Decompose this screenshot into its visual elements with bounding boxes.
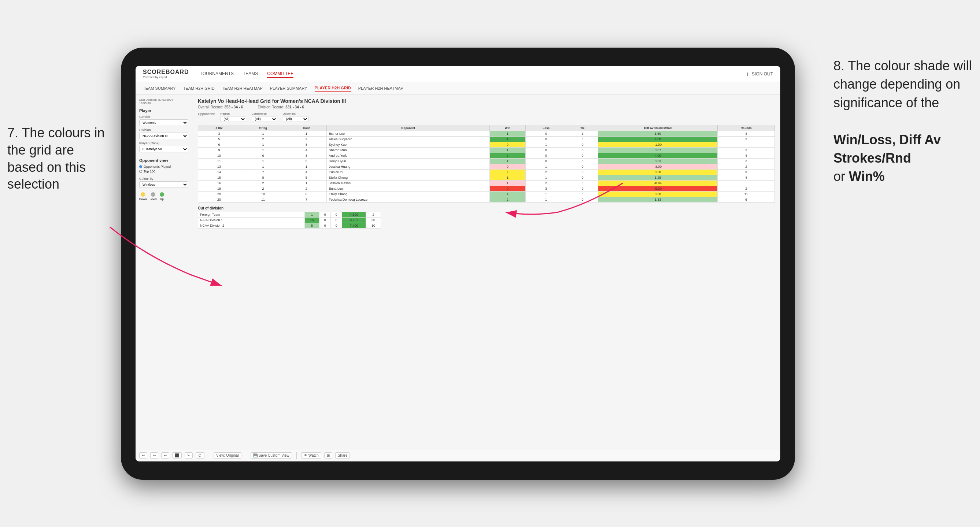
cell-conf: 4 — [286, 148, 326, 153]
toolbar-btn6[interactable]: ⏱ — [196, 452, 204, 459]
table-row: NCAA Division 2 5 0 0 7.400 10 — [198, 223, 381, 229]
legend-level: Level — [150, 192, 156, 201]
cell-rounds: 30 — [366, 217, 381, 223]
toolbar-btn5[interactable]: ✂ — [185, 452, 193, 459]
th-loss: Loss — [525, 125, 567, 131]
cell-diff: -0.94 — [598, 181, 718, 186]
filter-region: Region (All) — [221, 112, 246, 122]
nav-committee[interactable]: COMMITTEE — [267, 70, 293, 78]
cell-conf: 6 — [286, 192, 326, 197]
table-row: 20 10 6 Emily Chang 4 1 0 0.30 11 — [198, 192, 775, 197]
player-rank-select[interactable]: 8. Katelyn Vo — [139, 146, 188, 152]
sign-out-link[interactable]: Sign out — [752, 71, 773, 77]
cell-tie: 0 — [567, 148, 598, 153]
cell-tie: 1 — [567, 131, 598, 137]
table-row: 9 1 4 Sharon Mun 1 0 0 3.67 3 — [198, 148, 775, 153]
cell-diff: 3.67 — [598, 148, 718, 153]
toolbar-grid-btn[interactable]: ⊞ — [324, 452, 332, 459]
watch-button[interactable]: 👁 Watch — [301, 452, 321, 459]
colour-by-select[interactable]: Win/loss — [139, 181, 188, 188]
last-updated: Last Updated: 27/03/2024 16:55:38 — [139, 98, 188, 105]
table-header-row: # Div # Reg Conf Opponent Win Loss Tie D… — [198, 125, 775, 131]
view-original-button[interactable]: View: Original — [213, 452, 242, 459]
opponents-label: Opponents: — [198, 112, 215, 121]
cell-win: 1 — [490, 137, 525, 142]
cell-conf: 1 — [286, 181, 326, 186]
cell-loss: 0 — [525, 153, 567, 159]
filter-opponent-select[interactable]: (All) — [283, 116, 309, 122]
th-rounds: Rounds — [718, 125, 775, 131]
gender-select[interactable]: Women's — [139, 119, 188, 126]
player-section-title: Player — [139, 108, 188, 113]
filter-region-select[interactable]: (All) — [221, 116, 246, 122]
cell-conf: 3 — [286, 153, 326, 159]
cell-tie: 0 — [567, 197, 598, 203]
cell-diff: 1.50 — [598, 131, 718, 137]
eye-icon: 👁 — [304, 453, 307, 457]
radio-opponents-played[interactable]: Opponents Played — [139, 165, 188, 168]
nav-tournaments[interactable]: TOURNAMENTS — [200, 70, 234, 78]
cell-rounds: 2 — [718, 164, 775, 170]
cell-rounds — [718, 181, 775, 186]
division-record: Division Record: 331 - 34 - 6 — [258, 105, 304, 109]
cell-rounds: 9 — [718, 170, 775, 175]
cell-loss: 1 — [525, 164, 567, 170]
cell-tie: 0 — [331, 217, 342, 223]
radio-top100[interactable]: Top 100 — [139, 170, 188, 173]
cell-tie: 0 — [567, 137, 598, 142]
grid-records: Overall Record: 353 - 34 - 6 Division Re… — [198, 105, 775, 109]
table-row: 18 2 2 Euna Lee 0 3 0 -5.00 2 — [198, 186, 775, 192]
tablet-screen: SCOREBOARD Powered by clippd TOURNAMENTS… — [135, 66, 780, 462]
legend-dot-up — [160, 192, 164, 197]
cell-opponent: Eunice Yi — [327, 170, 490, 175]
sub-nav-player-h2h-heatmap[interactable]: PLAYER H2H HEATMAP — [358, 85, 403, 91]
cell-div: 5 — [198, 137, 240, 142]
sub-nav-player-h2h-grid[interactable]: PLAYER H2H GRID — [315, 85, 351, 92]
th-diff-av: Diff Av Strokes/Rnd — [598, 125, 718, 131]
cell-tie: 0 — [567, 170, 598, 175]
legend-down: Down — [139, 192, 146, 201]
out-of-division-header: Out of division — [198, 206, 775, 210]
th-opponent: Opponent — [327, 125, 490, 131]
cell-tie: 0 — [331, 212, 342, 217]
sub-nav-team-h2h-grid[interactable]: TEAM H2H GRID — [183, 85, 215, 91]
share-button[interactable]: Share — [335, 452, 350, 459]
cell-opponent: Jessica Mason — [327, 181, 490, 186]
radio-label-top100: Top 100 — [143, 170, 155, 173]
th-conf: Conf — [286, 125, 326, 131]
sub-nav-team-summary[interactable]: TEAM SUMMARY — [143, 85, 176, 91]
cell-win: 1 — [304, 212, 320, 217]
overall-record: Overall Record: 353 - 34 - 6 — [198, 105, 243, 109]
filter-region-label: Region — [221, 112, 246, 115]
save-custom-button[interactable]: 💾 Save Custom View — [251, 452, 292, 459]
cell-diff: -3.00 — [598, 164, 718, 170]
nav-right: | Sign out — [747, 71, 773, 77]
filter-opponent-label: Opponent — [283, 112, 309, 115]
cell-opponent: Sydney Kuo — [327, 142, 490, 148]
cell-loss: 0 — [525, 159, 567, 164]
nav-teams[interactable]: TEAMS — [243, 70, 258, 78]
sub-nav-player-summary[interactable]: PLAYER SUMMARY — [270, 85, 307, 91]
cell-opponent: Alexis Sudjianto — [327, 137, 490, 142]
annotation-bold3: Win% — [849, 169, 885, 184]
cell-rounds: 6 — [718, 197, 775, 203]
toolbar-sep1 — [209, 452, 209, 459]
filter-conference-select[interactable]: (All) — [252, 116, 277, 122]
toolbar-btn4[interactable]: ⬛ — [172, 452, 182, 459]
cell-reg: 1 — [240, 131, 286, 137]
cell-diff: -1.00 — [598, 142, 718, 148]
cell-div: 18 — [198, 186, 240, 192]
save-icon: 💾 — [253, 453, 258, 457]
cell-reg: 2 — [240, 186, 286, 192]
cell-conf: 1 — [286, 131, 326, 137]
undo-button[interactable]: ↩ — [139, 452, 147, 459]
redo-button[interactable]: ↪ — [150, 452, 158, 459]
cell-div: 20 — [198, 192, 240, 197]
cell-win: 15 — [304, 217, 320, 223]
toolbar-btn3[interactable]: ↩ — [161, 452, 169, 459]
radio-label-opponents: Opponents Played — [143, 165, 171, 168]
division-select[interactable]: NCAA Division III — [139, 133, 188, 139]
table-row: Foreign Team 1 0 0 4.500 2 — [198, 212, 381, 217]
sub-nav-team-h2h-heatmap[interactable]: TEAM H2H HEATMAP — [222, 85, 262, 91]
cell-conf: 2 — [286, 137, 326, 142]
